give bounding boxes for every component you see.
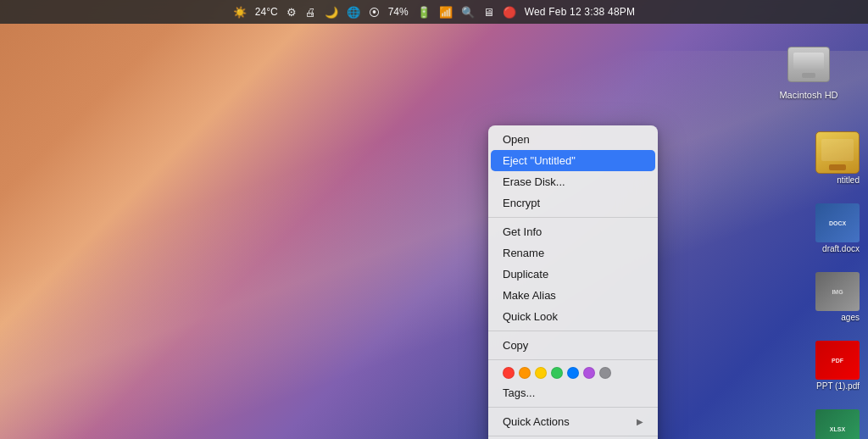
battery-percent: 74% bbox=[388, 6, 409, 18]
menu-item-make-alias[interactable]: Make Alias bbox=[491, 285, 655, 306]
menu-item-open[interactable]: Open bbox=[491, 129, 655, 150]
menu-item-rename[interactable]: Rename bbox=[491, 242, 655, 264]
ppt-pdf-label: PPT (1).pdf bbox=[816, 381, 860, 391]
menu-item-get-info[interactable]: Get Info bbox=[491, 221, 655, 242]
wifi-icon: 📶 bbox=[439, 6, 453, 19]
menu-item-quick-look[interactable]: Quick Look bbox=[491, 306, 655, 327]
wifi-globe-icon: 🌐 bbox=[347, 6, 360, 19]
untitled-drive-icon[interactable]: ntitled bbox=[815, 131, 860, 185]
printer-icon: 🖨 bbox=[305, 6, 316, 19]
macintosh-hd-icon[interactable]: Macintosh HD bbox=[775, 42, 843, 100]
screen-icon: 🖥 bbox=[483, 6, 494, 19]
tag-gray[interactable] bbox=[599, 367, 611, 379]
tag-orange[interactable] bbox=[519, 367, 531, 379]
context-menu: Open Eject "Untitled" Erase Disk... Encr… bbox=[488, 125, 658, 439]
menu-item-erase-disk[interactable]: Erase Disk... bbox=[491, 171, 655, 192]
desktop-icons-area: Macintosh HD bbox=[775, 42, 843, 100]
battery-icon: 🔋 bbox=[417, 6, 431, 19]
xlsx-icon[interactable]: XLSX eet (1).xlsx bbox=[815, 409, 860, 439]
separator-2 bbox=[488, 331, 658, 331]
images-icon[interactable]: IMG ages bbox=[815, 272, 860, 322]
separator-3 bbox=[488, 359, 658, 360]
siri-icon[interactable]: 🔴 bbox=[503, 6, 516, 19]
tag-purple[interactable] bbox=[583, 367, 595, 379]
draft-docx-label: draft.docx bbox=[822, 244, 860, 253]
separator-1 bbox=[488, 217, 658, 218]
separator-5 bbox=[488, 436, 658, 436]
menu-item-quick-actions[interactable]: Quick Actions ▶ bbox=[491, 411, 655, 432]
images-label: ages bbox=[841, 313, 860, 322]
cpu-icon: ⚙ bbox=[287, 6, 297, 19]
moon-icon: 🌙 bbox=[325, 6, 338, 19]
sun-icon: ☀️ bbox=[233, 6, 247, 19]
temperature: 24°C bbox=[255, 6, 278, 18]
submenu-arrow: ▶ bbox=[637, 417, 643, 426]
tags-row bbox=[491, 364, 655, 382]
separator-4 bbox=[488, 407, 658, 408]
tag-red[interactable] bbox=[503, 367, 515, 379]
menu-item-tags[interactable]: Tags... bbox=[491, 382, 655, 403]
menu-item-duplicate[interactable]: Duplicate bbox=[491, 264, 655, 285]
untitled-label: ntitled bbox=[837, 175, 860, 185]
datetime: Wed Feb 12 3:38 48PM bbox=[525, 6, 636, 18]
bluetooth-icon: ⦿ bbox=[369, 6, 380, 19]
menubar: ☀️ 24°C ⚙ 🖨 🌙 🌐 ⦿ 74% 🔋 📶 🔍 🖥 🔴 Wed Feb … bbox=[0, 0, 868, 24]
right-file-icons: ntitled DOCX draft.docx IMG ages PDF PPT… bbox=[815, 131, 860, 439]
tag-yellow[interactable] bbox=[535, 367, 547, 379]
draft-docx-icon[interactable]: DOCX draft.docx bbox=[815, 203, 860, 253]
hd-icon-img bbox=[787, 42, 831, 86]
search-icon[interactable]: 🔍 bbox=[461, 6, 475, 19]
ppt-pdf-icon[interactable]: PDF PPT (1).pdf bbox=[815, 341, 860, 391]
tag-blue[interactable] bbox=[567, 367, 579, 379]
menu-item-copy[interactable]: Copy bbox=[491, 335, 655, 356]
menu-item-eject[interactable]: Eject "Untitled" bbox=[491, 150, 655, 171]
macintosh-hd-label: Macintosh HD bbox=[779, 90, 837, 100]
tag-green[interactable] bbox=[551, 367, 563, 379]
desktop: ☀️ 24°C ⚙ 🖨 🌙 🌐 ⦿ 74% 🔋 📶 🔍 🖥 🔴 Wed Feb … bbox=[0, 0, 868, 439]
menu-item-encrypt[interactable]: Encrypt bbox=[491, 192, 655, 214]
